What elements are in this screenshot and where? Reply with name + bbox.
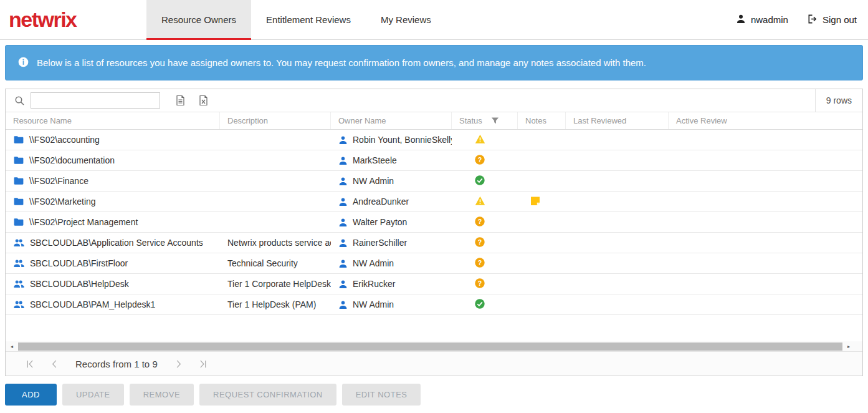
add-button[interactable]: ADD xyxy=(5,384,57,406)
status-check-icon xyxy=(475,299,485,311)
resource-name: \\FS02\accounting xyxy=(29,135,100,145)
first-page-button[interactable] xyxy=(18,359,42,369)
previous-page-button[interactable] xyxy=(42,359,67,369)
status-warning-icon xyxy=(475,134,485,146)
last-reviewed xyxy=(566,171,669,191)
column-label: Resource Name xyxy=(13,116,72,125)
resource-description xyxy=(220,192,331,211)
group-icon xyxy=(14,238,24,248)
table-row[interactable]: SBCLOUDLAB\FirstFloorTechnical SecurityN… xyxy=(6,253,862,274)
resource-description xyxy=(220,212,331,232)
scrollbar-thumb[interactable] xyxy=(18,343,842,351)
column-header-description[interactable]: Description xyxy=(220,112,331,129)
export-document-icon[interactable] xyxy=(175,95,186,106)
active-review xyxy=(669,253,862,273)
resource-name: \\FS02\Marketing xyxy=(29,197,96,206)
table-row[interactable]: SBCLOUDLAB\Application Service AccountsN… xyxy=(6,233,862,253)
table-row[interactable]: \\FS02\FinanceNW Admin xyxy=(6,171,862,192)
app-header: netwrix Resource Owners Entitlement Revi… xyxy=(0,0,868,40)
owner-name: MarkSteele xyxy=(353,155,397,165)
owner-name: NW Admin xyxy=(353,299,394,309)
search-input[interactable] xyxy=(31,92,160,109)
resource-description xyxy=(220,171,331,191)
resource-name: \\FS02\documentation xyxy=(29,155,115,165)
tab-label: Entitlement Reviews xyxy=(266,14,351,25)
status-question-icon: ? xyxy=(475,216,485,228)
table-row[interactable]: SBCLOUDLAB\PAM_Helpdesk1Tier 1 HelpDesk … xyxy=(6,294,862,315)
rows-count: 9 rows xyxy=(815,89,862,112)
owner-name: Robin Yount, BonnieSkelly, Sc xyxy=(353,135,452,145)
folder-icon xyxy=(14,176,24,186)
table-row[interactable]: \\FS02\MarketingAndreaDunker xyxy=(6,192,862,212)
person-icon xyxy=(338,135,348,145)
edit-notes-button[interactable]: EDIT NOTES xyxy=(342,384,421,406)
grid-panel: 9 rows Resource Name Description Owner N… xyxy=(5,89,863,376)
column-header-status[interactable]: Status xyxy=(452,112,518,129)
export-icons xyxy=(175,95,209,106)
folder-icon xyxy=(14,155,24,165)
export-excel-icon[interactable] xyxy=(198,95,209,106)
resource-name: SBCLOUDLAB\Application Service Accounts xyxy=(30,238,203,248)
resource-description: Tier 1 HelpDesk (PAM) xyxy=(220,294,331,314)
tab-resource-owners[interactable]: Resource Owners xyxy=(146,0,251,39)
next-page-button[interactable] xyxy=(166,359,191,369)
filter-icon[interactable] xyxy=(491,117,499,125)
svg-text:?: ? xyxy=(478,238,482,245)
person-icon xyxy=(338,259,348,268)
grid-toolbar: 9 rows xyxy=(6,89,862,112)
update-button[interactable]: UPDATE xyxy=(62,384,124,406)
column-label: Notes xyxy=(525,116,546,125)
username: nwadmin xyxy=(751,14,788,25)
scroll-left-arrow-icon[interactable]: ◂ xyxy=(7,341,17,352)
person-icon xyxy=(338,279,348,289)
person-icon xyxy=(338,177,348,186)
remove-button[interactable]: REMOVE xyxy=(130,384,194,406)
column-label: Active Review xyxy=(676,116,727,125)
search-icon xyxy=(14,95,25,106)
tab-entitlement-reviews[interactable]: Entitlement Reviews xyxy=(251,0,366,39)
column-label: Last Reviewed xyxy=(573,116,626,125)
active-review xyxy=(669,150,862,170)
nav-tabs: Resource Owners Entitlement Reviews My R… xyxy=(146,0,446,39)
last-reviewed xyxy=(566,150,669,170)
table-row[interactable]: \\FS02\Project ManagementWalter Payton? xyxy=(6,212,862,233)
status-question-icon: ? xyxy=(475,237,485,249)
active-review xyxy=(669,233,862,253)
tab-my-reviews[interactable]: My Reviews xyxy=(366,0,446,39)
scroll-right-arrow-icon[interactable]: ▸ xyxy=(844,341,854,352)
pager: Records from 1 to 9 xyxy=(6,352,862,376)
column-header-owner-name[interactable]: Owner Name xyxy=(331,112,452,129)
owner-name: Walter Payton xyxy=(353,217,407,227)
last-reviewed xyxy=(566,233,669,253)
svg-text:?: ? xyxy=(478,279,482,286)
table-body: \\FS02\accountingRobin Yount, BonnieSkel… xyxy=(6,130,862,315)
last-reviewed xyxy=(566,192,669,211)
column-header-notes[interactable]: Notes xyxy=(518,112,566,129)
last-page-button[interactable] xyxy=(191,359,215,369)
horizontal-scrollbar[interactable]: ◂ ▸ xyxy=(6,341,862,352)
person-icon xyxy=(338,218,348,227)
user-menu[interactable]: nwadmin xyxy=(736,14,788,26)
sign-out-button[interactable]: Sign out xyxy=(807,14,857,26)
person-icon xyxy=(338,197,348,206)
table-row[interactable]: \\FS02\documentationMarkSteele? xyxy=(6,150,862,171)
column-header-last-reviewed[interactable]: Last Reviewed xyxy=(566,112,669,129)
owner-name: AndreaDunker xyxy=(353,197,409,206)
column-header-active-review[interactable]: Active Review xyxy=(669,112,862,129)
table-row[interactable]: SBCLOUDLAB\HelpDeskTier 1 Corporate Help… xyxy=(6,274,862,294)
note-icon[interactable] xyxy=(530,196,540,208)
status-question-icon: ? xyxy=(475,278,485,290)
request-confirmation-button[interactable]: REQUEST CONFIRMATION xyxy=(199,384,336,406)
user-icon xyxy=(736,14,746,26)
owner-name: RainerSchiller xyxy=(353,238,407,248)
last-reviewed xyxy=(566,294,669,314)
table-header-row: Resource Name Description Owner Name Sta… xyxy=(6,112,862,130)
person-icon xyxy=(338,156,348,165)
info-icon xyxy=(18,57,29,69)
resource-description: Netwrix products service acc xyxy=(220,233,331,253)
table-row[interactable]: \\FS02\accountingRobin Yount, BonnieSkel… xyxy=(6,130,862,150)
last-reviewed xyxy=(566,253,669,273)
column-label: Description xyxy=(227,116,268,125)
column-header-resource-name[interactable]: Resource Name xyxy=(6,112,220,129)
status-warning-icon xyxy=(475,196,485,208)
